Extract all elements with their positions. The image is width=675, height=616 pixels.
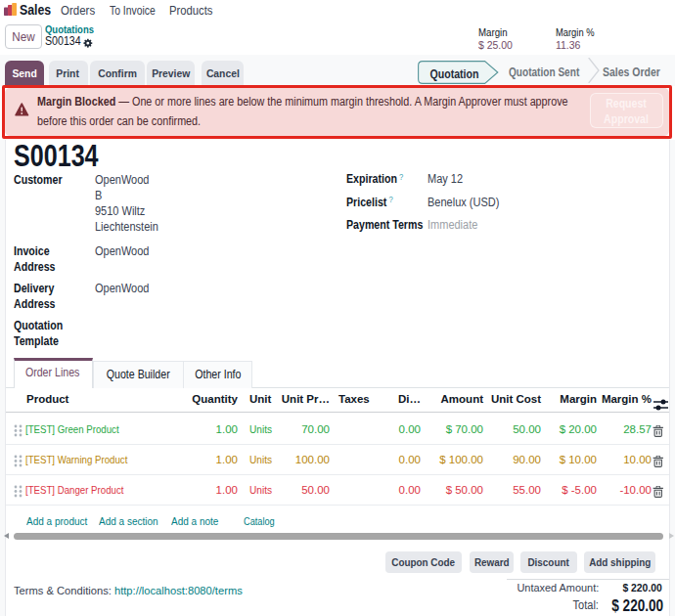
svg-text:Quotation: Quotation <box>430 66 479 80</box>
